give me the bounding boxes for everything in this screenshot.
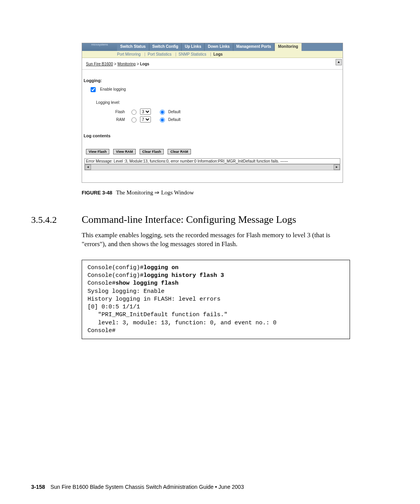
- caption-number: FIGURE 3-48: [82, 190, 112, 196]
- scroll-right-button[interactable]: ►: [334, 164, 340, 170]
- tab-management-ports[interactable]: Management Ports: [233, 43, 275, 51]
- log-line: Error Message: Level :3, Module:13, func…: [86, 159, 288, 163]
- flash-custom-radio[interactable]: [131, 110, 136, 115]
- clear-ram-button[interactable]: Clear RAM: [168, 149, 191, 154]
- log-contents-heading: Log contents: [84, 133, 343, 138]
- ram-level-row: RAM 7 Default: [109, 116, 343, 123]
- section-number: 3.5.4.2: [31, 215, 82, 225]
- section-title: Command-line Interface: Configuring Mess…: [82, 214, 296, 226]
- tab-switch-status[interactable]: Switch Status: [117, 43, 149, 51]
- flash-label: Flash: [109, 110, 125, 114]
- page-number: 3-158: [31, 484, 45, 490]
- figure-caption: FIGURE 3-48 The Monitoring ⇒ Logs Window: [82, 189, 389, 196]
- ram-custom-radio[interactable]: [131, 117, 136, 122]
- page-footer: 3-158 Sun Fire B1600 Blade System Chassi…: [31, 484, 244, 490]
- enable-logging-row: Enable logging: [89, 86, 343, 93]
- enable-logging-checkbox[interactable]: [91, 87, 96, 92]
- subnav: Port Mirroring | Port Statistics | SNMP …: [82, 51, 343, 58]
- subnav-port-statistics[interactable]: Port Statistics: [148, 52, 172, 56]
- flash-level-row: Flash 3 Default: [109, 108, 343, 116]
- tab-up-links[interactable]: Up Links: [182, 43, 205, 51]
- ram-level-select[interactable]: 7: [140, 116, 151, 122]
- crumb-current: Logs: [140, 62, 149, 66]
- hscrollbar[interactable]: ◄ ►: [84, 164, 340, 170]
- flash-default-radio[interactable]: [160, 110, 165, 115]
- logging-level-heading: Logging level:: [96, 100, 343, 105]
- ram-default-radio[interactable]: [160, 117, 165, 122]
- tab-down-links[interactable]: Down Links: [205, 43, 233, 51]
- view-ram-button[interactable]: View RAM: [113, 149, 135, 154]
- ram-default-label: Default: [168, 117, 181, 122]
- logo: microsystems: [82, 43, 117, 51]
- body-paragraph: This example enables logging, sets the r…: [82, 231, 346, 249]
- subnav-port-mirroring[interactable]: Port Mirroring: [117, 52, 141, 56]
- clear-flash-button[interactable]: Clear Flash: [140, 149, 164, 154]
- crumb-device[interactable]: Sun Fire B1600: [86, 62, 113, 66]
- tab-monitoring[interactable]: Monitoring: [275, 43, 302, 51]
- breadcrumb: Sun Fire B1600 > Monitoring > Logs: [82, 62, 343, 70]
- tab-switch-config[interactable]: Switch Config: [149, 43, 182, 51]
- subnav-snmp-statistics[interactable]: SNMP Statistics: [178, 52, 206, 56]
- page: microsystems Switch Status Switch Config…: [0, 0, 420, 504]
- subnav-logs[interactable]: Logs: [214, 52, 223, 56]
- flash-default-label: Default: [168, 110, 181, 114]
- ram-label: RAM: [109, 117, 125, 122]
- caption-text: The Monitoring ⇒ Logs Window: [116, 189, 194, 196]
- section-heading: 3.5.4.2 Command-line Interface: Configur…: [31, 214, 389, 226]
- view-flash-button[interactable]: View Flash: [86, 149, 109, 154]
- scroll-up-button[interactable]: ▲: [336, 59, 342, 65]
- screenshot: microsystems Switch Status Switch Config…: [82, 43, 343, 183]
- flash-level-select[interactable]: 3: [140, 108, 151, 115]
- log-buttons: View Flash View RAM Clear Flash Clear RA…: [86, 149, 343, 154]
- log-output: Error Message: Level :3, Module:13, func…: [84, 158, 340, 164]
- footer-text: Sun Fire B1600 Blade System Chassis Swit…: [51, 484, 244, 490]
- logging-heading: Logging:: [84, 78, 343, 83]
- scroll-left-button[interactable]: ◄: [85, 164, 91, 170]
- tab-bar: microsystems Switch Status Switch Config…: [82, 43, 343, 51]
- content-pane: ▲ Sun Fire B1600 > Monitoring > Logs Log…: [82, 58, 343, 182]
- enable-logging-label: Enable logging: [100, 87, 126, 91]
- cli-box: Console(config)#logging on Console(confi…: [82, 260, 350, 339]
- crumb-monitoring[interactable]: Monitoring: [117, 62, 136, 66]
